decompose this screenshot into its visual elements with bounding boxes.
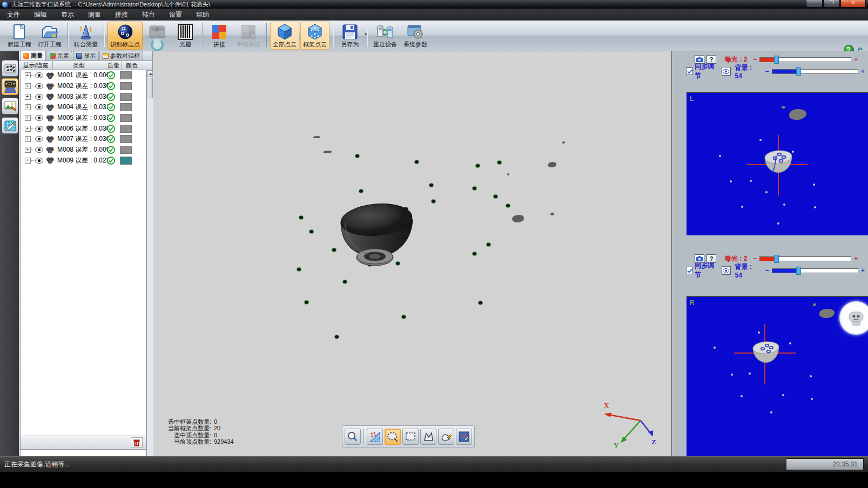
reference-marker[interactable] xyxy=(299,215,304,220)
delete-button[interactable] xyxy=(131,437,143,448)
exposure-plus[interactable]: + xyxy=(854,255,858,262)
eye-icon[interactable] xyxy=(35,83,43,89)
sync-checkbox[interactable] xyxy=(686,267,693,274)
color-swatch[interactable] xyxy=(120,71,132,79)
menu-measure[interactable]: 测量 xyxy=(81,9,108,21)
color-swatch[interactable] xyxy=(120,157,132,165)
lasso-edit-button[interactable] xyxy=(438,429,454,445)
open-project-button[interactable]: 打开工程 xyxy=(35,22,64,50)
background-minus[interactable]: − xyxy=(765,67,769,75)
camera-view-right[interactable]: R xyxy=(687,296,868,456)
slider-thumb[interactable] xyxy=(796,67,801,76)
reference-marker[interactable] xyxy=(414,160,419,164)
restore-button[interactable]: ❐ xyxy=(823,0,840,8)
rail-scan-button[interactable] xyxy=(2,78,18,95)
exposure-minus[interactable]: − xyxy=(753,56,757,63)
camera-view-left[interactable]: L xyxy=(687,92,868,235)
expand-icon[interactable] xyxy=(25,126,31,132)
reference-marker[interactable] xyxy=(309,229,314,234)
tab-elements[interactable]: 元素 xyxy=(46,51,72,60)
reference-marker[interactable] xyxy=(429,183,434,187)
reference-marker[interactable] xyxy=(355,154,360,158)
menu-settings[interactable]: 设置 xyxy=(162,9,189,21)
background-minus[interactable]: − xyxy=(765,267,769,274)
tree-row[interactable]: M007 误差 : 0.030 xyxy=(21,134,146,145)
polygon-select-button[interactable] xyxy=(420,429,436,445)
eye-icon[interactable] xyxy=(35,104,43,110)
expand-icon[interactable] xyxy=(25,104,31,110)
reference-marker[interactable] xyxy=(401,315,406,319)
eye-icon[interactable] xyxy=(35,72,43,78)
slider-thumb[interactable] xyxy=(796,267,801,275)
column-type[interactable]: 类型 xyxy=(53,61,105,70)
background-eye-button[interactable] xyxy=(722,266,731,275)
turntable-measure-button[interactable]: 转台测量 xyxy=(71,22,100,50)
background-plus[interactable]: + xyxy=(861,267,865,274)
reference-marker[interactable] xyxy=(486,242,491,247)
recognize-markers-button[interactable]: 识别标志点 xyxy=(107,22,143,50)
rect-select-button[interactable] xyxy=(402,429,419,445)
close-button[interactable]: ✕ xyxy=(840,0,866,8)
scroll-up-icon[interactable] xyxy=(147,70,153,77)
menu-edit[interactable]: 编辑 xyxy=(27,9,54,21)
color-swatch[interactable] xyxy=(120,125,132,133)
exposure-minus[interactable]: − xyxy=(753,255,757,262)
reference-marker[interactable] xyxy=(332,248,337,252)
expand-icon[interactable] xyxy=(25,83,31,89)
main-3d-viewport[interactable]: 选中框架点数量: 0 当前框架点数量: 20 选中顶点数量: 0 当前顶点数量:… xyxy=(153,51,671,456)
minimize-button[interactable]: — xyxy=(806,0,823,8)
tree-row[interactable]: M003 误差 : 0.036 xyxy=(21,91,146,102)
eye-icon[interactable] xyxy=(35,94,43,100)
tree-row[interactable]: M006 误差 : 0.030 xyxy=(21,123,146,134)
scrollbar-thumb[interactable] xyxy=(147,78,153,98)
reference-marker[interactable] xyxy=(478,301,483,305)
reference-marker[interactable] xyxy=(297,267,301,272)
tab-measure[interactable]: 测量 xyxy=(20,51,46,60)
tree-row[interactable]: M002 误差 : 0.030 xyxy=(21,81,146,92)
expand-icon[interactable] xyxy=(25,94,31,100)
eye-icon[interactable] xyxy=(35,158,43,164)
slider-thumb[interactable] xyxy=(774,56,779,64)
column-color[interactable]: 颜色 xyxy=(122,61,142,70)
expand-icon[interactable] xyxy=(25,115,31,121)
points-edit-button[interactable] xyxy=(456,429,472,445)
eye-icon[interactable] xyxy=(35,115,43,121)
exposure-slider[interactable] xyxy=(759,256,851,261)
background-plus[interactable]: + xyxy=(861,67,865,75)
color-swatch[interactable] xyxy=(120,93,132,101)
scanned-object[interactable] xyxy=(337,196,418,272)
expand-icon[interactable] xyxy=(25,158,31,164)
zoom-tool-button[interactable] xyxy=(345,429,361,445)
reference-marker[interactable] xyxy=(475,164,480,168)
reference-marker[interactable] xyxy=(472,252,477,256)
background-slider[interactable] xyxy=(772,268,858,273)
tab-param-dialog[interactable]: 参数对话框 xyxy=(99,51,143,60)
eye-icon[interactable] xyxy=(35,126,43,132)
save-as-dropdown-icon[interactable]: ▾ xyxy=(365,32,367,37)
tree-row[interactable]: M005 误差 : 0.031 xyxy=(21,113,146,124)
all-pointcloud-button[interactable]: 全部点云 xyxy=(270,22,299,50)
reference-marker[interactable] xyxy=(359,189,364,193)
column-show-hide[interactable]: 显示/隐藏 xyxy=(19,61,53,70)
tab-display[interactable]: 显示 xyxy=(73,51,99,60)
background-eye-button[interactable] xyxy=(722,67,731,76)
tree-row[interactable]: M009 误差 : 0.023 xyxy=(21,155,146,166)
rail-marker-plate-button[interactable] xyxy=(2,60,18,77)
ellipse-select-button[interactable] xyxy=(385,429,401,445)
system-params-button[interactable]: 系统参数 xyxy=(401,22,430,50)
sync-checkbox[interactable] xyxy=(686,67,693,75)
color-swatch[interactable] xyxy=(120,103,132,111)
eye-icon[interactable] xyxy=(35,147,43,153)
menu-help[interactable]: 帮助 xyxy=(189,9,216,21)
color-swatch[interactable] xyxy=(120,146,132,154)
rail-image-edit-button[interactable] xyxy=(2,98,18,114)
reference-marker[interactable] xyxy=(493,194,498,199)
menu-file[interactable]: 文件 xyxy=(0,9,27,21)
exposure-plus[interactable]: + xyxy=(854,56,858,63)
grating-button[interactable]: 光栅 xyxy=(172,22,199,50)
grid-select-button[interactable] xyxy=(367,429,383,445)
tree-row[interactable]: M008 误差 : 0.009 xyxy=(21,145,146,155)
reference-marker[interactable] xyxy=(334,335,339,339)
color-swatch[interactable] xyxy=(120,135,132,143)
assistant-bubble[interactable] xyxy=(839,301,868,335)
